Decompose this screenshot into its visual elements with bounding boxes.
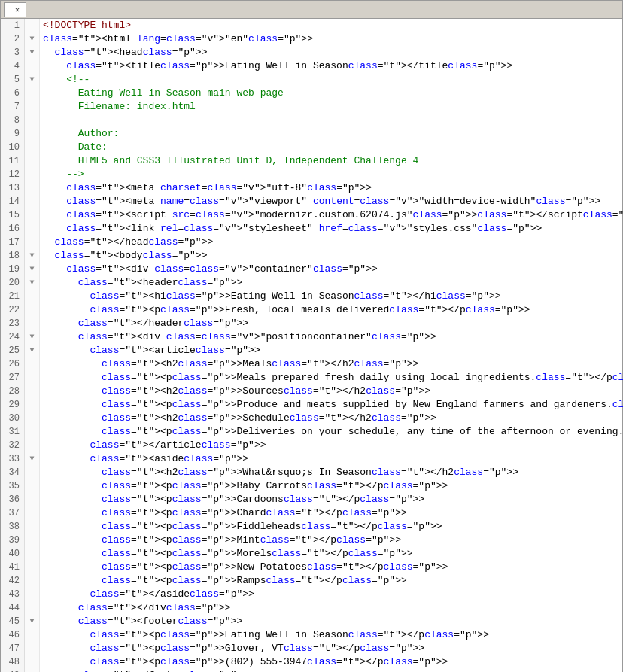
line-number: 6: [1, 87, 24, 100]
code-line[interactable]: class="t"><pclass="p">>Cardoonsclass="t"…: [43, 493, 623, 506]
gutter-indicator: [25, 479, 39, 493]
line-number: 5: [1, 73, 24, 87]
title-bar: ✕: [1, 1, 622, 19]
line-number: 14: [1, 195, 24, 208]
code-line[interactable]: class="t"><script src=class="v">"moderni…: [43, 208, 623, 222]
gutter-indicator[interactable]: ▼: [25, 46, 39, 59]
code-line[interactable]: <!--: [43, 73, 623, 87]
code-line[interactable]: Date:: [43, 141, 623, 154]
gutter-indicator[interactable]: ▼: [25, 615, 39, 628]
code-line[interactable]: class="t"><meta name=class="v">"viewport…: [43, 195, 623, 208]
gutter-indicator: [25, 19, 39, 32]
line-number: 36: [1, 493, 24, 506]
code-line[interactable]: class="t"><h2class="p">>What&rsquo;s In …: [43, 466, 623, 479]
code-line[interactable]: class="t"><div class=class="v">"containe…: [43, 263, 623, 276]
code-line[interactable]: class="t"><pclass="p">>Meals prepared fr…: [43, 371, 623, 385]
code-line[interactable]: class="t"><pclass="p">>Rampsclass="t"></…: [43, 574, 623, 588]
gutter-indicator[interactable]: ▼: [25, 32, 39, 46]
code-line[interactable]: class="t"><pclass="p">>(802) 555-3947cla…: [43, 655, 623, 669]
code-line[interactable]: class="t"></footerclass="p">>: [43, 669, 623, 672]
code-line[interactable]: class="t"><html lang=class="v">"en"class…: [43, 32, 623, 46]
code-line[interactable]: class="t"><h1class="p">>Eating Well in S…: [43, 290, 623, 303]
gutter-indicator: [25, 466, 39, 479]
code-line[interactable]: Eating Well in Season main web page: [43, 87, 623, 100]
code-line[interactable]: class="t"><bodyclass="p">>: [43, 249, 623, 263]
code-line[interactable]: class="t"><link rel=class="v">"styleshee…: [43, 222, 623, 236]
line-number: 35: [1, 479, 24, 493]
code-line[interactable]: class="t"><pclass="p">>Deliveries on you…: [43, 425, 623, 439]
gutter-indicator[interactable]: ▼: [25, 452, 39, 466]
gutter-indicator[interactable]: ▼: [25, 249, 39, 263]
gutter-indicator: [25, 371, 39, 385]
code-line[interactable]: class="t"><pclass="p">>Glover, VTclass="…: [43, 642, 623, 655]
line-number: 27: [1, 371, 24, 385]
code-line[interactable]: [43, 114, 623, 127]
line-number: 18: [1, 249, 24, 263]
line-number: 3: [1, 46, 24, 59]
gutter-indicator: [25, 141, 39, 154]
code-line[interactable]: class="t"><pclass="p">>Produce and meats…: [43, 398, 623, 412]
gutter-indicator[interactable]: ▼: [25, 344, 39, 357]
gutter-indicator[interactable]: ▼: [25, 276, 39, 290]
gutter-indicator: [25, 506, 39, 520]
code-line[interactable]: class="t"><h2class="p">>Sourcesclass="t"…: [43, 385, 623, 398]
code-line[interactable]: class="t"><asideclass="p">>: [43, 452, 623, 466]
line-number: 12: [1, 168, 24, 181]
code-line[interactable]: Filename: index.html: [43, 100, 623, 114]
code-line[interactable]: class="t"><footerclass="p">>: [43, 615, 623, 628]
line-number: 24: [1, 330, 24, 344]
code-line[interactable]: class="t"><titleclass="p">>Eating Well i…: [43, 59, 623, 73]
code-line[interactable]: class="t"></divclass="p">>: [43, 601, 623, 615]
code-line[interactable]: class="t"><h2class="p">>Scheduleclass="t…: [43, 412, 623, 425]
code-line[interactable]: class="t"><pclass="p">>New Potatoesclass…: [43, 561, 623, 574]
code-line[interactable]: class="t"></headerclass="p">>: [43, 317, 623, 330]
code-line[interactable]: class="t"><pclass="p">>Mintclass="t"></p…: [43, 534, 623, 547]
code-column[interactable]: <!DOCTYPE html>class="t"><html lang=clas…: [40, 19, 623, 672]
gutter-indicator[interactable]: ▼: [25, 263, 39, 276]
gutter-indicator: [25, 520, 39, 534]
gutter-indicator: [25, 588, 39, 601]
code-line[interactable]: class="t"><pclass="p">>Eating Well in Se…: [43, 628, 623, 642]
code-line[interactable]: Author:: [43, 127, 623, 141]
gutter-indicator: [25, 87, 39, 100]
code-line[interactable]: class="t"><articleclass="p">>: [43, 344, 623, 357]
code-line[interactable]: class="t"><pclass="p">>Fiddleheadsclass=…: [43, 520, 623, 534]
line-number: 13: [1, 181, 24, 195]
gutter-indicator: [25, 195, 39, 208]
code-line[interactable]: class="t"><pclass="p">>Morelsclass="t"><…: [43, 547, 623, 561]
line-number: 26: [1, 357, 24, 371]
line-number: 40: [1, 547, 24, 561]
line-number: 17: [1, 236, 24, 249]
gutter-indicator: [25, 357, 39, 371]
code-line[interactable]: <!DOCTYPE html>: [43, 19, 623, 32]
code-line[interactable]: class="t"></headclass="p">>: [43, 236, 623, 249]
code-line[interactable]: class="t"><pclass="p">>Fresh, local meal…: [43, 303, 623, 317]
line-number: 7: [1, 100, 24, 114]
code-line[interactable]: -->: [43, 168, 623, 181]
editor-body: 1234567891011121314151617181920212223242…: [1, 19, 622, 672]
code-line[interactable]: class="t"><pclass="p">>Chardclass="t"></…: [43, 506, 623, 520]
gutter-indicator: [25, 154, 39, 168]
line-number: 20: [1, 276, 24, 290]
code-line[interactable]: HTML5 and CSS3 Illustrated Unit D, Indep…: [43, 154, 623, 168]
line-number: 8: [1, 114, 24, 127]
tab-close-button[interactable]: ✕: [15, 5, 20, 14]
gutter-indicator: [25, 208, 39, 222]
gutter-indicator[interactable]: ▼: [25, 73, 39, 87]
code-line[interactable]: class="t"><pclass="p">>Baby Carrotsclass…: [43, 479, 623, 493]
code-line[interactable]: class="t"></asideclass="p">>: [43, 588, 623, 601]
gutter-indicator: [25, 290, 39, 303]
code-line[interactable]: class="t"></articleclass="p">>: [43, 439, 623, 452]
code-line[interactable]: class="t"><meta charset=class="v">"utf-8…: [43, 181, 623, 195]
code-line[interactable]: class="t"><headerclass="p">>: [43, 276, 623, 290]
line-number: 31: [1, 425, 24, 439]
file-tab[interactable]: ✕: [4, 2, 26, 17]
line-number: 9: [1, 127, 24, 141]
line-number: 49: [1, 669, 24, 672]
gutter-indicator: [25, 100, 39, 114]
gutter-indicator[interactable]: ▼: [25, 330, 39, 344]
code-line[interactable]: class="t"><h2class="p">>Mealsclass="t"><…: [43, 357, 623, 371]
code-line[interactable]: class="t"><headclass="p">>: [43, 46, 623, 59]
gutter-indicator: [25, 439, 39, 452]
code-line[interactable]: class="t"><div class=class="v">"position…: [43, 330, 623, 344]
